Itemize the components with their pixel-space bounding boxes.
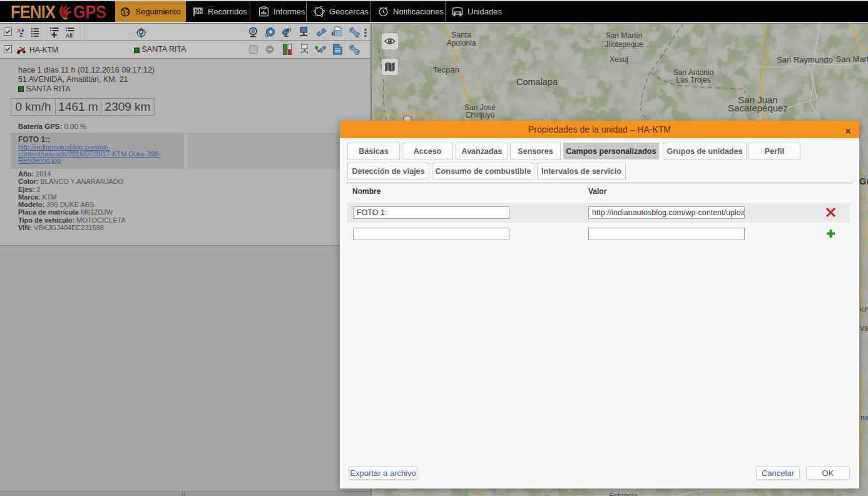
svg-text:San Raymundo: San Raymundo [777,55,833,64]
svg-text:Sacatepéquez: Sacatepéquez [728,103,788,113]
svg-text:Jilotepeque: Jilotepeque [605,40,643,49]
svg-text:All: All [66,33,73,38]
svg-text:Apolonia: Apolonia [447,39,476,48]
svg-text:Tecpán: Tecpán [433,65,459,74]
svg-text:San Martín: San Martín [606,31,643,40]
svg-text:ich: ich [860,305,868,313]
svg-text:San Martí: San Martí [836,54,868,64]
svg-text:Las Trojes: Las Trojes [676,76,710,84]
svg-text:Gu: Gu [859,176,868,186]
svg-text:Vill: Vill [860,325,868,332]
svg-text:Xesuj: Xesuj [610,55,628,64]
svg-text:Comalapa: Comalapa [516,77,558,87]
svg-text:Estancia: Estancia [609,492,638,496]
svg-text:na: na [860,413,868,421]
svg-text:Chirijuyú: Chirijuyú [466,111,495,119]
svg-text:Z: Z [19,32,23,37]
svg-text:Santa: Santa [451,31,471,39]
